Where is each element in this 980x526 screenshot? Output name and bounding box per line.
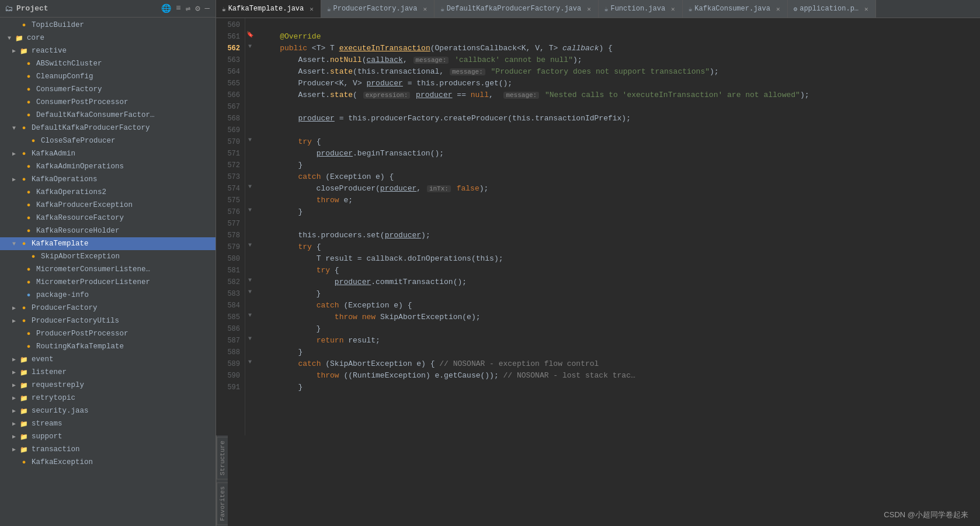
editor-content: 560 561 562 563 564 565 566 567 568 569 … bbox=[216, 18, 980, 435]
sidebar-item-consumerfactory[interactable]: ● ConsumerFactory bbox=[0, 83, 216, 96]
fold-arrow[interactable]: ▼ bbox=[245, 310, 255, 320]
sidebar-item-topicbuilder[interactable]: ● TopicBuilder bbox=[0, 19, 216, 32]
sidebar-item-kafkaresourcefactory[interactable]: ● KafkaResourceFactory bbox=[0, 212, 216, 224]
line-text: T result = callback.doInOperations(this)… bbox=[262, 253, 975, 265]
split-icon[interactable]: ⇌ bbox=[185, 2, 192, 15]
sidebar-item-cleanupconfig[interactable]: ● CleanupConfig bbox=[0, 70, 216, 83]
code-line-579: try { bbox=[257, 241, 980, 253]
sidebar-item-retrytopic[interactable]: ▶ 📁 retrytopic bbox=[0, 392, 216, 404]
java-tab-icon: ☕ bbox=[440, 5, 444, 13]
fold-arrow[interactable]: ▼ bbox=[245, 182, 255, 191]
globe-icon[interactable]: 🌐 bbox=[160, 2, 172, 15]
tab-close-icon[interactable]: ✕ bbox=[586, 5, 592, 13]
sidebar-item-event[interactable]: ▶ 📁 event bbox=[0, 353, 216, 366]
tab-label: ProducerFactory.java bbox=[333, 5, 418, 13]
java-file-icon: ● bbox=[28, 136, 39, 146]
tab-close-icon[interactable]: ✕ bbox=[863, 5, 870, 13]
code-editor[interactable]: @Override public <T> T executeInTransact… bbox=[257, 18, 980, 435]
tab-close-icon[interactable]: ✕ bbox=[670, 5, 676, 13]
tab-close-icon[interactable]: ✕ bbox=[308, 5, 315, 13]
code-line-564: Assert.state(this.transactional, message… bbox=[257, 66, 980, 78]
arrow-icon: ▶ bbox=[9, 304, 19, 312]
tab-function[interactable]: ☕ Function.java ✕ bbox=[599, 0, 683, 18]
sidebar-item-label: KafkaOperations2 bbox=[36, 188, 213, 196]
sidebar-tree: ● TopicBuilder ▼ 📁 core ▶ 📁 reactive ● A… bbox=[0, 18, 216, 526]
settings-icon[interactable]: ⚙ bbox=[194, 2, 201, 15]
sidebar-item-kafkatemplate[interactable]: ▼ ● KafkaTemplate bbox=[0, 237, 216, 250]
code-line-584: catch (Exception e) { bbox=[257, 300, 980, 312]
sidebar-item-micrometerconsumeliste[interactable]: ● MicrometerConsumerListene… bbox=[0, 263, 216, 276]
sidebar-item-label: KafkaException bbox=[32, 458, 213, 466]
code-line-565: Producer<K, V> producer = this.producers… bbox=[257, 78, 980, 89]
sidebar-item-kafkaexception[interactable]: ● KafkaException bbox=[0, 456, 216, 469]
bookmark-icon[interactable]: 🔖 bbox=[245, 30, 255, 39]
fold-arrow[interactable]: ▼ bbox=[245, 334, 255, 343]
sidebar-item-defaultkafkaproducerfactory[interactable]: ▼ ● DefaultKafkaProducerFactory bbox=[0, 122, 216, 134]
structure-panel-label[interactable]: Structure bbox=[217, 437, 228, 479]
tab-kafkatemplate[interactable]: ☕ KafkaTemplate.java ✕ bbox=[216, 0, 321, 18]
sidebar-item-kafkaoperations2[interactable]: ● KafkaOperations2 bbox=[0, 186, 216, 199]
tab-application[interactable]: ⚙ application.p… ✕ bbox=[788, 0, 876, 18]
code-line-588: } bbox=[257, 347, 980, 358]
fold-arrow[interactable]: ▼ bbox=[245, 135, 255, 144]
fold-arrow[interactable]: ▼ bbox=[245, 275, 255, 285]
code-line-575: throw e; bbox=[257, 195, 980, 206]
sidebar-item-producerfactoryutils[interactable]: ▶ ● ProducerFactoryUtils bbox=[0, 314, 216, 327]
sidebar-item-skipabortexception[interactable]: ● SkipAbortException bbox=[0, 250, 216, 263]
sidebar-item-reactive[interactable]: ▶ 📁 reactive bbox=[0, 44, 216, 57]
tab-defaultkafkaproducerfactory[interactable]: ☕ DefaultKafkaProducerFactory.java ✕ bbox=[435, 0, 599, 18]
sidebar-item-producerpostprocessor[interactable]: ● ProducerPostProcessor bbox=[0, 327, 216, 340]
code-line-560 bbox=[257, 19, 980, 31]
sidebar-item-label: requestreply bbox=[32, 381, 213, 389]
tab-label: application.p… bbox=[800, 5, 859, 13]
java-file-icon: ● bbox=[23, 213, 34, 223]
tab-kafkaconsumer[interactable]: ☕ KafkaConsumer.java ✕ bbox=[683, 0, 788, 18]
sidebar-item-producerfactory[interactable]: ▶ ● ProducerFactory bbox=[0, 302, 216, 314]
minimize-icon[interactable]: — bbox=[204, 2, 211, 15]
sidebar-item-kafkaadminoperations[interactable]: ● KafkaAdminOperations bbox=[0, 160, 216, 173]
sidebar-item-label: KafkaAdminOperations bbox=[36, 162, 213, 171]
arrow-icon: ▶ bbox=[9, 382, 19, 389]
java-tab-icon: ☕ bbox=[327, 5, 331, 13]
sidebar-item-kafkaadmin[interactable]: ▶ ● KafkaAdmin bbox=[0, 147, 216, 160]
config-tab-icon: ⚙ bbox=[794, 5, 798, 13]
tab-close-icon[interactable]: ✕ bbox=[775, 5, 781, 13]
fold-arrow[interactable]: ▼ bbox=[245, 357, 255, 366]
sidebar-item-support[interactable]: ▶ 📁 support bbox=[0, 430, 216, 443]
sidebar-item-label: DefaultKafkaConsumerFactor… bbox=[36, 111, 213, 119]
sidebar-item-abswitchcluster[interactable]: ● ABSwitchCluster bbox=[0, 57, 216, 70]
fold-arrow[interactable]: ▼ bbox=[245, 240, 255, 250]
sidebar-item-micrometerproducerlistener[interactable]: ● MicrometerProducerListener bbox=[0, 276, 216, 289]
sidebar-item-consumerpostprocessor[interactable]: ● ConsumerPostProcessor bbox=[0, 96, 216, 109]
sidebar-item-package-info[interactable]: ● package-info bbox=[0, 289, 216, 302]
favorites-panel-label[interactable]: Favorites bbox=[217, 482, 228, 525]
line-text: producer.beginTransaction(); bbox=[262, 148, 975, 160]
line-text: throw new SkipAbortException(e); bbox=[262, 312, 975, 323]
sidebar-item-streams[interactable]: ▶ 📁 streams bbox=[0, 417, 216, 430]
sidebar-item-security-jaas[interactable]: ▶ 📁 security.jaas bbox=[0, 404, 216, 417]
java-file-icon: ● bbox=[23, 188, 34, 197]
arrow-icon: ▶ bbox=[9, 407, 19, 414]
java-file-icon: ● bbox=[23, 162, 34, 171]
sidebar-item-core[interactable]: ▼ 📁 core bbox=[0, 32, 216, 44]
tab-producerfactory[interactable]: ☕ ProducerFactory.java ✕ bbox=[321, 0, 435, 18]
sidebar-item-transaction[interactable]: ▶ 📁 transaction bbox=[0, 443, 216, 456]
list-icon[interactable]: ≡ bbox=[175, 2, 182, 15]
code-line-566: Assert.state( expression: producer == nu… bbox=[257, 89, 980, 101]
sidebar-item-defaultkafkaconsumerfactory[interactable]: ● DefaultKafkaConsumerFactor… bbox=[0, 109, 216, 122]
fold-arrow[interactable]: ▼ bbox=[245, 287, 255, 296]
sidebar-item-listener[interactable]: ▶ 📁 listener bbox=[0, 366, 216, 379]
sidebar-item-kafkaoperations[interactable]: ▶ ● KafkaOperations bbox=[0, 173, 216, 186]
sidebar-item-kafkaproducerexception[interactable]: ● KafkaProducerException bbox=[0, 199, 216, 212]
sidebar-item-routingkafkatemplate[interactable]: ● RoutingKafkaTemplate bbox=[0, 340, 216, 353]
code-line-577 bbox=[257, 218, 980, 230]
arrow-icon: ▶ bbox=[9, 47, 19, 54]
fold-arrow[interactable]: ▼ bbox=[245, 205, 255, 214]
sidebar-item-requestreply[interactable]: ▶ 📁 requestreply bbox=[0, 379, 216, 392]
line-text: } bbox=[262, 288, 975, 300]
sidebar-item-closesafeproducer[interactable]: ● CloseSafeProducer bbox=[0, 134, 216, 147]
tab-close-icon[interactable]: ✕ bbox=[422, 5, 429, 13]
sidebar-item-kafkaresourceholder[interactable]: ● KafkaResourceHolder bbox=[0, 224, 216, 237]
fold-arrow[interactable]: ▼ bbox=[245, 41, 255, 51]
code-line-567 bbox=[257, 101, 980, 113]
